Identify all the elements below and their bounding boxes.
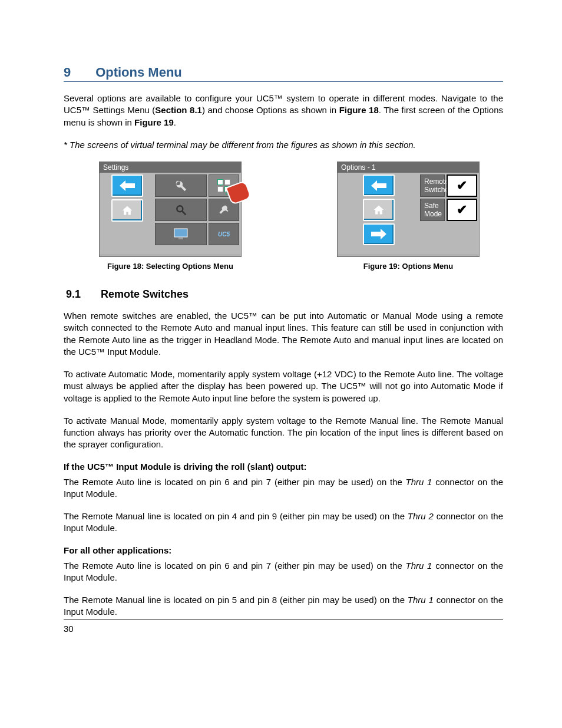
- forward-arrow-icon[interactable]: [363, 223, 395, 245]
- sec91-sub1: If the UC5™ Input Module is driving the …: [64, 462, 503, 472]
- screens-note: * The screens of virtual terminal may be…: [64, 139, 503, 151]
- sec91-p2: To activate Automatic Mode, momentarily …: [64, 368, 503, 404]
- svg-rect-2: [174, 229, 187, 237]
- section-9-1-heading: 9.1 Remote Switches: [66, 288, 503, 301]
- chapter-title: Options Menu: [95, 65, 182, 80]
- figure-18: Settings ✔ ✔: [99, 162, 242, 271]
- home-icon[interactable]: [111, 199, 143, 222]
- wrench-icon[interactable]: [155, 174, 207, 197]
- page-number: 30: [64, 624, 503, 634]
- remote-switches-checkbox[interactable]: ✔: [447, 174, 477, 197]
- figure-19-caption: Figure 19: Options Menu: [363, 262, 453, 271]
- figures-row: Settings ✔ ✔: [64, 162, 503, 271]
- uc5-logo-button[interactable]: UC5: [209, 223, 239, 245]
- chapter-heading: 9 Options Menu: [64, 65, 503, 82]
- back-arrow-icon[interactable]: [363, 174, 395, 196]
- safe-mode-label: Safe Mode: [420, 199, 445, 221]
- home-icon[interactable]: [363, 199, 395, 220]
- remote-switches-label: Remote Switches: [420, 174, 445, 197]
- options-grid-icon[interactable]: ✔ ✔: [209, 174, 239, 197]
- footer-rule: [64, 620, 503, 620]
- chapter-number: 9: [64, 65, 92, 80]
- sec91-sub2: For all other applications:: [64, 545, 503, 555]
- settings-header: Settings: [100, 162, 241, 173]
- figure-18-caption: Figure 18: Selecting Options Menu: [107, 262, 233, 271]
- svg-rect-3: [178, 238, 183, 239]
- sec91-p3: To activate Manual Mode, momentarily app…: [64, 415, 503, 451]
- svg-line-1: [183, 212, 186, 215]
- svg-point-0: [177, 206, 183, 212]
- sec91-p1: When remote switches are enabled, the UC…: [64, 310, 503, 358]
- monitor-icon[interactable]: [155, 223, 207, 245]
- options-screen: Options - 1 Remote Switches ✔: [337, 162, 480, 257]
- magnifier-icon[interactable]: [155, 199, 207, 221]
- intro-paragraph: Several options are available to configu…: [64, 93, 503, 129]
- sec91-p5: The Remote Manual line is located on pin…: [64, 510, 503, 535]
- back-arrow-icon[interactable]: [111, 174, 143, 197]
- sec91-p7: The Remote Manual line is located on pin…: [64, 594, 503, 618]
- sec91-p6: The Remote Auto line is located on pin 6…: [64, 560, 503, 584]
- sec91-p4: The Remote Auto line is located on pin 6…: [64, 476, 503, 500]
- figure-19: Options - 1 Remote Switches ✔: [337, 162, 480, 271]
- section-number: 9.1: [66, 288, 98, 301]
- options-header: Options - 1: [338, 162, 479, 173]
- settings-screen: Settings ✔ ✔: [99, 162, 242, 257]
- section-title: Remote Switches: [101, 288, 189, 300]
- safe-mode-checkbox[interactable]: ✔: [447, 199, 477, 221]
